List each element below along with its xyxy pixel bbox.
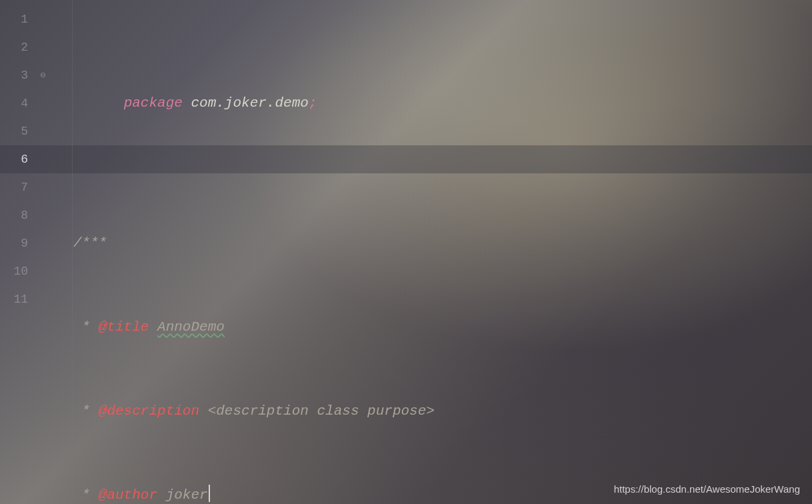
line-number-current: 6 — [0, 145, 28, 173]
docval-description: <description class purpose> — [208, 403, 435, 419]
watermark-url: https://blog.csdn.net/AwesomeJokerWang — [614, 483, 800, 495]
line-number-gutter: 1 2 3 4 5 6 7 8 9 10 11 — [0, 0, 40, 504]
javadoc-open: /*** — [73, 235, 107, 251]
package-name: com.joker.demo — [191, 95, 308, 111]
line-number: 8 — [0, 201, 28, 229]
fold-toggle-icon[interactable]: ⊖ — [40, 61, 45, 89]
code-line — [73, 145, 812, 173]
line-number: 10 — [0, 257, 28, 285]
code-line: * @title AnnoDemo — [73, 313, 812, 341]
keyword-package: package — [124, 95, 183, 111]
line-number: 2 — [0, 33, 28, 61]
docval-author: joker — [166, 487, 208, 503]
doctag-author: @author — [99, 487, 157, 503]
line-number: 5 — [0, 117, 28, 145]
fold-column: ⊖ — [40, 0, 73, 504]
doctag-description: @description — [99, 403, 199, 419]
code-line: * @description <description class purpos… — [73, 397, 812, 425]
docval-title: AnnoDemo — [157, 319, 225, 335]
code-line: package com.joker.demo; — [73, 61, 812, 89]
code-area[interactable]: package com.joker.demo; /*** * @title An… — [73, 0, 812, 504]
semicolon: ; — [309, 95, 317, 111]
code-line: /*** — [73, 229, 812, 257]
line-number: 1 — [0, 5, 28, 33]
line-number: 7 — [0, 173, 28, 201]
line-number: 4 — [0, 89, 28, 117]
doctag-title: @title — [99, 319, 149, 335]
line-number: 3 — [0, 61, 28, 89]
text-cursor — [209, 485, 210, 502]
line-number: 9 — [0, 229, 28, 257]
line-number: 11 — [0, 285, 28, 313]
code-editor[interactable]: 1 2 3 4 5 6 7 8 9 10 11 ⊖ package com.jo… — [0, 0, 812, 504]
